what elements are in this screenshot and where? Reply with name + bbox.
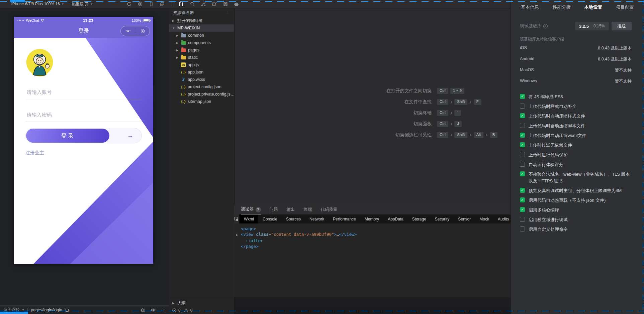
file-row-project-private-config[interactable]: project.private.config.js… xyxy=(169,91,234,98)
copy-icon[interactable] xyxy=(65,308,69,312)
option-hot-reload[interactable]: 启用代码自动热重载（不支持 json 文件) xyxy=(520,197,632,204)
tab-code-quality[interactable]: 代码质量 xyxy=(321,205,338,214)
page-path-label[interactable]: 页面路径 xyxy=(3,307,20,313)
wxml-line[interactable]: </page> xyxy=(236,244,511,249)
option-custom-command[interactable]: 启用自定义处理命令 xyxy=(520,226,632,233)
devtools-tab-storage[interactable]: Storage xyxy=(408,214,431,223)
devtools-tab-mock[interactable]: Mock xyxy=(475,214,493,223)
hot-reload-selector[interactable]: 热重载 开 ▼ xyxy=(72,1,93,7)
folder-row-components[interactable]: ▶ components xyxy=(169,39,234,46)
record-icon[interactable] xyxy=(136,1,144,7)
checkbox[interactable] xyxy=(520,94,525,99)
device-preview-icon[interactable] xyxy=(147,1,155,7)
multi-window-icon[interactable] xyxy=(158,1,166,7)
checkbox[interactable] xyxy=(520,123,525,128)
devtools-tab-console[interactable]: Console xyxy=(258,214,282,223)
library-version-dropdown[interactable]: 3.2.5 0.15% xyxy=(575,22,609,30)
checkbox[interactable] xyxy=(520,162,525,167)
clipboard-icon[interactable] xyxy=(177,1,185,7)
compile-refresh-icon[interactable] xyxy=(125,1,133,7)
inspect-element-icon[interactable] xyxy=(234,214,239,223)
checkbox[interactable] xyxy=(520,133,525,138)
devtools-tab-performance[interactable]: Performance xyxy=(329,214,360,223)
folder-row-pages[interactable]: ▶ pages xyxy=(169,46,234,54)
devtools-tab-sources[interactable]: Sources xyxy=(282,214,305,223)
file-row-sitemap-json[interactable]: sitemap.json xyxy=(169,98,234,105)
expand-arrow-icon[interactable]: ▶ xyxy=(236,232,241,238)
file-row-project-config[interactable]: project.config.json xyxy=(169,83,234,91)
checkbox[interactable] xyxy=(520,142,525,147)
search-icon[interactable] xyxy=(188,1,196,7)
wxml-line[interactable]: ::after xyxy=(236,238,511,244)
bug-icon[interactable] xyxy=(140,308,145,312)
explorer-more-icon[interactable]: ⋯ xyxy=(225,10,230,15)
option-label: 启用多核心编译 xyxy=(529,207,559,213)
file-row-app-wxss[interactable]: app.wxss xyxy=(169,76,234,83)
register-link[interactable]: 注册业主 xyxy=(25,150,44,156)
checkbox[interactable] xyxy=(520,171,525,176)
devtools-tab-wxml[interactable]: Wxml xyxy=(240,214,258,223)
outline-section[interactable]: ▶ 大纲 xyxy=(169,299,234,307)
checkbox[interactable] xyxy=(520,207,525,212)
tab-label: 终端 xyxy=(304,207,312,212)
share-graph-icon[interactable] xyxy=(199,1,207,7)
more-icon[interactable]: ⋯ xyxy=(161,307,166,312)
chevron-down-icon: ▼ xyxy=(62,3,64,6)
option-filter-files[interactable]: 上传时过滤无依赖文件 xyxy=(520,142,632,149)
problems-counter[interactable]: 0 0 xyxy=(169,307,234,314)
wxml-line[interactable]: ▶<view class="content data-v-a99b3f90">…… xyxy=(236,231,511,238)
devtools-tab-sensor[interactable]: Sensor xyxy=(454,214,475,223)
checkbox[interactable] xyxy=(520,113,525,118)
folder-row-static[interactable]: ▶ static xyxy=(169,54,234,61)
folder-row-common[interactable]: ▶ common xyxy=(169,32,234,39)
project-root-row[interactable]: ▼ MP-WEIXIN xyxy=(169,24,234,32)
eye-icon[interactable] xyxy=(151,308,156,312)
option-compress-style[interactable]: 上传代码时自动压缩样式文件 xyxy=(520,113,632,120)
login-button[interactable]: 登录 → xyxy=(25,128,142,143)
checkbox[interactable] xyxy=(520,152,525,157)
option-multicore-compile[interactable]: 启用多核心编译 xyxy=(520,207,632,213)
push-button[interactable]: 推送 xyxy=(612,22,632,30)
tab-output[interactable]: 输出 xyxy=(287,205,295,214)
tab-terminal[interactable]: 终端 xyxy=(304,205,312,214)
file-row-app-js[interactable]: app.js xyxy=(169,61,234,68)
tab-debugger[interactable]: 调试器 7 xyxy=(241,205,261,214)
help-icon[interactable]: ? xyxy=(543,24,548,28)
checkbox[interactable] xyxy=(520,226,525,231)
debugger-scroll-strip[interactable] xyxy=(234,297,511,306)
option-es5[interactable]: 将 JS 编译成 ES5 xyxy=(520,94,632,100)
option-package-limit-4m[interactable]: 预览及真机调试时主包、分包体积上限调整为4M xyxy=(520,187,632,194)
close-miniprogram-icon[interactable] xyxy=(141,29,145,33)
devtools-tab-appdata[interactable]: AppData xyxy=(383,214,408,223)
password-input[interactable] xyxy=(25,109,142,122)
devtools-tab-memory[interactable]: Memory xyxy=(360,214,383,223)
wxml-line[interactable]: <page> xyxy=(236,226,511,231)
device-selector[interactable]: iPhone 6/7/8 Plus 100% 16 ▼ xyxy=(11,2,64,6)
tab-performance-analysis[interactable]: 性能分析 xyxy=(553,4,571,10)
option-style-autocomplete[interactable]: 上传代码时样式自动补全 xyxy=(520,103,632,110)
checkbox[interactable] xyxy=(520,104,525,109)
save-deploy-icon[interactable] xyxy=(221,1,229,7)
file-row-app-json[interactable]: app.json xyxy=(169,68,234,76)
open-editors-label: 打开的编辑器 xyxy=(177,18,202,24)
open-editors-section[interactable]: ▶ 打开的编辑器 xyxy=(169,17,234,24)
tab-local-settings[interactable]: 本地设置 xyxy=(584,4,602,10)
tab-project-config[interactable]: 项目配置 xyxy=(616,4,634,10)
tab-problems[interactable]: 问题 xyxy=(270,205,278,214)
checkbox[interactable] xyxy=(520,197,525,202)
option-auto-audit[interactable]: 自动运行体验评分 xyxy=(520,161,632,168)
devtools-tab-network[interactable]: Network xyxy=(305,214,329,223)
tab-basic-info[interactable]: 基本信息 xyxy=(521,4,539,10)
option-compress-script[interactable]: 上传代码时自动压缩脚本文件 xyxy=(520,123,632,129)
option-independent-domain-debug[interactable]: 启用独立域进行调试 xyxy=(520,216,632,223)
layout-grid-icon[interactable] xyxy=(210,1,218,7)
checkbox[interactable] xyxy=(520,188,525,193)
account-input[interactable] xyxy=(25,87,142,99)
cloud-debug-icon[interactable] xyxy=(233,1,241,7)
option-skip-domain-check[interactable]: 不校验合法域名、web-view（业务域名）、TLS 版本以及 HTTPS 证书 xyxy=(520,171,632,184)
wxml-tree-view: <page> ▶<view class="content data-v-a99b… xyxy=(234,223,511,297)
devtools-tab-security[interactable]: Security xyxy=(431,214,454,223)
checkbox[interactable] xyxy=(520,217,525,222)
option-compress-wxml[interactable]: 上传代码时自动压缩wxml文件 xyxy=(520,132,632,139)
option-code-protect[interactable]: 上传时进行代码保护 xyxy=(520,152,632,158)
